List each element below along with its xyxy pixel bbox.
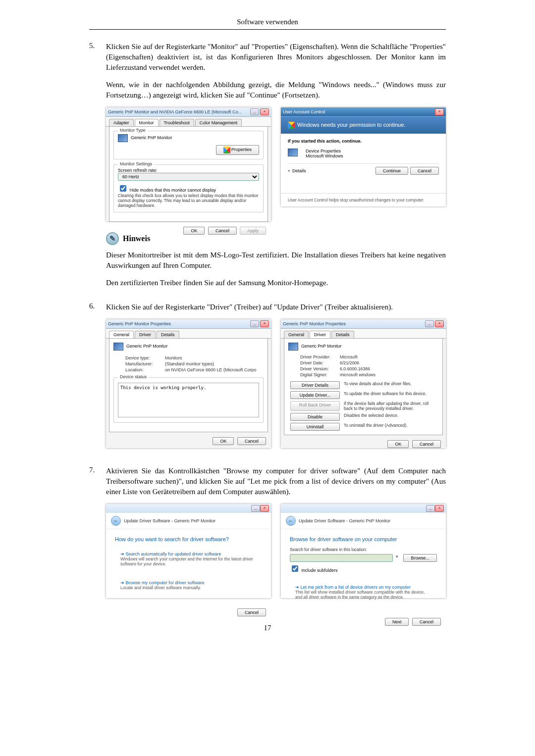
hide-modes-checkbox[interactable]	[120, 185, 126, 192]
tab-monitor[interactable]: Monitor	[135, 119, 159, 126]
tab-adapter[interactable]: Adapter	[109, 119, 134, 126]
header-rule	[89, 29, 446, 30]
step-number: 6.	[89, 302, 106, 459]
close-icon[interactable]: ×	[260, 108, 269, 115]
option-browse-computer[interactable]: ➔ Browse my computer for driver software…	[115, 576, 262, 595]
wizard-title: Update Driver Software - Generic PnP Mon…	[299, 518, 390, 523]
step-text: Wenn, wie in der nachfolgenden Abbildung…	[106, 80, 446, 101]
tab-general[interactable]: General	[284, 331, 309, 338]
kv-key: Digital Signer:	[300, 372, 340, 377]
close-icon[interactable]: ×	[260, 320, 269, 327]
wizard-heading: Browse for driver software on your compu…	[290, 536, 437, 542]
monitor-name: Generic PnP Monitor	[131, 135, 172, 140]
group-label: Device status	[118, 374, 149, 379]
continue-button[interactable]: Continue	[375, 167, 408, 175]
ok-button[interactable]: OK	[387, 440, 409, 448]
next-button[interactable]: Next	[385, 618, 409, 626]
cancel-button[interactable]: Cancel	[410, 167, 439, 175]
tab-general[interactable]: General	[109, 331, 134, 338]
update-driver-button[interactable]: Update Driver...	[290, 391, 340, 399]
close-icon[interactable]: ×	[435, 108, 444, 115]
refresh-rate-select[interactable]: 60 Hertz	[118, 173, 259, 181]
browse-button[interactable]: Browse...	[403, 554, 437, 562]
step-number: 5.	[89, 42, 106, 295]
btn-desc: If the device fails after updating the d…	[344, 401, 438, 411]
refresh-label: Screen refresh rate:	[118, 168, 259, 173]
tab-driver[interactable]: Driver	[310, 331, 330, 338]
tab-details[interactable]: Details	[157, 331, 179, 338]
tab-details[interactable]: Details	[331, 331, 354, 338]
cancel-button[interactable]: Cancel	[237, 608, 266, 616]
cancel-button[interactable]: Cancel	[208, 227, 237, 235]
kv-val: 6.0.6000.16386	[340, 366, 438, 371]
cancel-button[interactable]: Cancel	[237, 437, 266, 445]
tab-color-management[interactable]: Color Management	[195, 119, 242, 126]
kv-key: Driver Version:	[300, 366, 340, 371]
properties-button[interactable]: Properties	[216, 145, 259, 155]
window-title: Generic PnP Monitor and NVIDIA GeForce 6…	[108, 109, 250, 114]
minimize-icon[interactable]: _	[251, 505, 260, 512]
window-title: Generic PnP Monitor Properties	[283, 321, 425, 326]
note-text: Den zertifizierten Treiber finden Sie au…	[106, 278, 446, 288]
wizard-title: Update Driver Software - Generic PnP Mon…	[124, 518, 215, 523]
device-name: Generic PnP Monitor	[301, 344, 342, 349]
close-icon[interactable]: ×	[435, 505, 444, 512]
uac-subtitle: If you started this action, continue.	[288, 139, 439, 144]
back-icon[interactable]: ←	[111, 516, 121, 526]
uninstall-button[interactable]: Uninstall	[290, 423, 340, 431]
kv-val: on NVIDIA GeForce 6600 LE (Microsoft Cor…	[165, 367, 264, 372]
minimize-icon[interactable]: _	[250, 108, 259, 115]
disable-button[interactable]: Disable	[290, 413, 340, 421]
device-status-box: This device is working properly.	[118, 383, 259, 417]
close-icon[interactable]: ×	[260, 505, 269, 512]
window-title: User Account Control	[283, 109, 435, 114]
minimize-icon[interactable]: _	[426, 505, 435, 512]
btn-desc: Disables the selected device.	[344, 413, 398, 421]
kv-key: Location:	[125, 367, 165, 372]
step-number: 7.	[89, 466, 106, 609]
details-toggle[interactable]: Details	[292, 168, 374, 173]
btn-desc: To view details about the driver files.	[344, 381, 412, 389]
kv-val: microsoft windows	[340, 372, 438, 377]
note-icon: ✎	[106, 232, 119, 245]
kv-key: Device type:	[125, 355, 165, 360]
window-title: Generic PnP Monitor Properties	[108, 321, 250, 326]
option-search-auto[interactable]: ➔ Search automatically for updated drive…	[115, 547, 262, 571]
btn-desc: To uninstall the driver (Advanced).	[344, 423, 408, 431]
rollback-driver-button[interactable]: Roll Back Driver	[290, 401, 340, 411]
tab-troubleshoot[interactable]: Troubleshoot	[160, 119, 194, 126]
note-text: Dieser Monitortreiber ist mit dem MS-Log…	[106, 250, 446, 271]
cancel-button[interactable]: Cancel	[412, 618, 441, 626]
wizard-heading: How do you want to search for driver sof…	[115, 536, 262, 542]
monitor-icon	[118, 134, 128, 142]
tab-driver[interactable]: Driver	[135, 331, 156, 338]
close-icon[interactable]: ×	[435, 320, 444, 327]
path-input[interactable]	[290, 554, 393, 562]
kv-key: Driver Date:	[300, 360, 340, 365]
apply-button[interactable]: Apply	[240, 227, 266, 235]
step-text: Aktivieren Sie das Kontrollkästchen "Bro…	[106, 466, 446, 497]
minimize-icon[interactable]: _	[250, 320, 259, 327]
back-icon[interactable]: ←	[286, 516, 296, 526]
option-pick-from-list[interactable]: ➔ Let me pick from a list of device driv…	[290, 580, 437, 604]
note-heading: Hinweis	[123, 234, 150, 243]
step-text: Klicken Sie auf der Registerkarte "Monit…	[106, 42, 446, 73]
include-subfolders-checkbox[interactable]	[292, 565, 298, 572]
checkbox-label: Hide modes that this monitor cannot disp…	[130, 188, 216, 193]
uac-banner-text: Windows needs your permission to continu…	[297, 122, 405, 128]
driver-details-button[interactable]: Driver Details	[290, 381, 340, 389]
btn-desc: To update the driver software for this d…	[344, 391, 427, 399]
kv-val: (Standard monitor types)	[165, 361, 264, 366]
kv-val: Monitors	[165, 355, 264, 360]
checkbox-label: Include subfolders	[302, 568, 338, 573]
page-number: 17	[0, 624, 535, 632]
chevron-down-icon[interactable]: ▾	[288, 168, 290, 173]
shield-icon	[288, 122, 295, 129]
monitor-icon	[288, 343, 298, 351]
uac-item-publisher: Microsoft Windows	[306, 153, 343, 158]
cancel-button[interactable]: Cancel	[412, 440, 441, 448]
search-label: Search for driver software in this locat…	[290, 547, 437, 552]
ok-button[interactable]: OK	[183, 227, 205, 235]
minimize-icon[interactable]: _	[425, 320, 434, 327]
ok-button[interactable]: OK	[213, 437, 234, 445]
